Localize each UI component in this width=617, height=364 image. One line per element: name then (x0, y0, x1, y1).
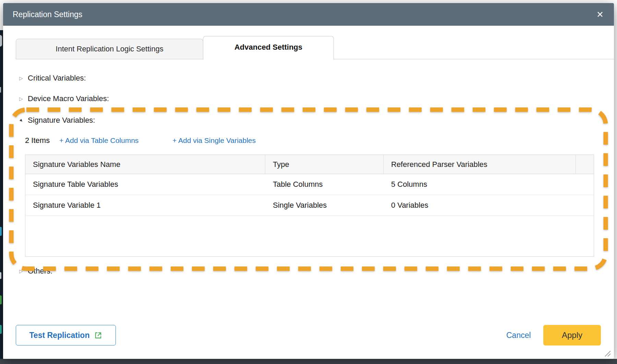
tab-intent-replication-logic-settings[interactable]: Intent Replication Logic Settings (16, 39, 203, 59)
test-replication-label: Test Replication (29, 331, 90, 340)
section-label: Others: (28, 267, 52, 276)
cell-type: Table Columns (265, 174, 384, 195)
background-bottom-bar (0, 359, 617, 364)
external-link-icon (94, 331, 102, 339)
column-header-spacer (576, 155, 594, 174)
background-sidebar-fragment (0, 325, 2, 334)
cell-referenced: 5 Columns (384, 174, 576, 195)
section-signature-variables[interactable]: ▼ Signature Variables: (18, 116, 95, 125)
add-via-table-columns-link[interactable]: + Add via Table Columns (59, 136, 138, 145)
tab-label: Advanced Settings (234, 43, 302, 51)
collapse-arrow-icon[interactable]: ▷ (18, 268, 24, 274)
dialog-header: Replication Settings ✕ (3, 3, 614, 26)
column-header-type[interactable]: Type (265, 155, 384, 174)
background-sidebar-fragment (0, 227, 2, 236)
dialog-title: Replication Settings (13, 3, 82, 26)
background-sidebar-fragment (0, 295, 2, 304)
cell-spacer (576, 174, 594, 195)
cell-referenced: 0 Variables (384, 195, 576, 216)
background-sidebar-fragment (0, 35, 2, 47)
collapse-arrow-icon[interactable]: ▷ (18, 96, 24, 101)
table-header-row: Signature Variables Name Type Referenced… (25, 155, 594, 174)
section-label: Signature Variables: (28, 116, 95, 125)
section-label: Device Macro Variables: (28, 94, 109, 103)
cell-name: Signature Variable 1 (25, 195, 265, 216)
table-row[interactable]: Signature Table Variables Table Columns … (25, 174, 594, 195)
apply-button[interactable]: Apply (543, 325, 601, 345)
resize-handle-icon[interactable] (604, 350, 611, 357)
add-via-single-variables-link[interactable]: + Add via Single Variables (172, 136, 256, 145)
cell-type: Single Variables (265, 195, 384, 216)
test-replication-button[interactable]: Test Replication (16, 325, 116, 345)
collapse-arrow-icon[interactable]: ▷ (18, 75, 24, 81)
expand-arrow-icon[interactable]: ▼ (17, 117, 25, 124)
section-others[interactable]: ▷ Others: (18, 267, 52, 276)
cell-spacer (576, 195, 594, 216)
replication-settings-dialog: Replication Settings ✕ Intent Replicatio… (3, 3, 614, 359)
close-icon[interactable]: ✕ (596, 3, 604, 26)
items-count: 2 Items (25, 136, 50, 145)
signature-variables-table: Signature Variables Name Type Referenced… (25, 155, 594, 257)
background-sidebar-fragment (0, 87, 1, 93)
section-critical-variables[interactable]: ▷ Critical Variables: (18, 74, 86, 83)
column-header-name[interactable]: Signature Variables Name (25, 155, 265, 174)
signature-variables-toolbar: 2 Items + Add via Table Columns + Add vi… (25, 136, 368, 146)
tab-label: Intent Replication Logic Settings (56, 45, 163, 53)
column-header-referenced[interactable]: Referenced Parser Variables (384, 155, 576, 174)
section-device-macro-variables[interactable]: ▷ Device Macro Variables: (18, 94, 109, 103)
background-sidebar-fragment (0, 272, 1, 279)
section-label: Critical Variables: (28, 74, 86, 83)
cell-name: Signature Table Variables (25, 174, 265, 195)
background-sidebar (0, 30, 3, 364)
table-row[interactable]: Signature Variable 1 Single Variables 0 … (25, 195, 594, 216)
cancel-button[interactable]: Cancel (506, 325, 531, 345)
tab-advanced-settings[interactable]: Advanced Settings (203, 36, 334, 60)
